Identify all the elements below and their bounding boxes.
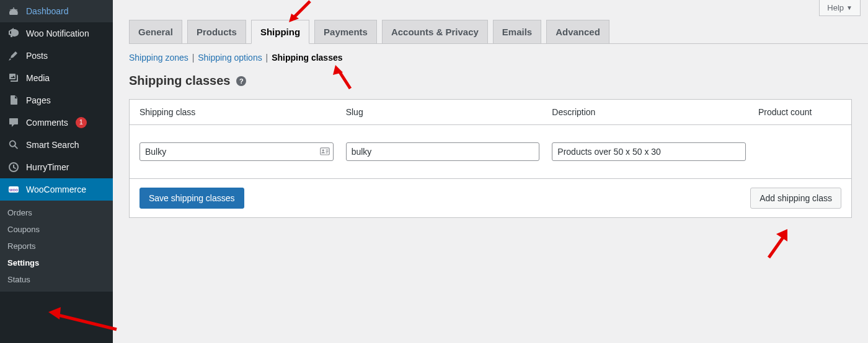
help-tooltip-icon[interactable]: ? bbox=[236, 76, 246, 86]
tab-shipping[interactable]: Shipping bbox=[251, 20, 309, 44]
sidebar-item-posts[interactable]: Posts bbox=[0, 45, 113, 67]
tab-accounts-privacy[interactable]: Accounts & Privacy bbox=[382, 20, 488, 44]
comments-badge: 1 bbox=[76, 117, 87, 128]
woo-icon: woo bbox=[7, 183, 20, 196]
woocommerce-submenu: Orders Coupons Reports Settings Status bbox=[0, 201, 113, 292]
media-icon bbox=[7, 72, 20, 84]
megaphone-icon bbox=[7, 27, 20, 40]
settings-tabs: General Products Shipping Payments Accou… bbox=[129, 20, 868, 44]
sidebar-item-woo-notification[interactable]: Woo Notification bbox=[0, 22, 113, 45]
col-product-count: Product count bbox=[758, 107, 841, 117]
pushpin-icon bbox=[7, 50, 20, 62]
page-title: Shipping classes bbox=[129, 74, 230, 88]
description-cell bbox=[552, 142, 746, 161]
sidebar-item-hurrytimer[interactable]: HurryTimer bbox=[0, 156, 113, 178]
main-content: Help ▼ General Products Shipping Payment… bbox=[113, 0, 868, 343]
submenu-reports[interactable]: Reports bbox=[0, 238, 113, 254]
search-icon bbox=[7, 139, 20, 151]
help-tab-label: Help bbox=[827, 3, 844, 12]
sidebar-item-label: Media bbox=[26, 73, 50, 83]
sidebar-item-label: Smart Search bbox=[26, 140, 79, 150]
sidebar-item-pages[interactable]: Pages bbox=[0, 89, 113, 111]
sidebar-item-label: Pages bbox=[26, 95, 51, 105]
subtab-shipping-classes: Shipping classes bbox=[272, 53, 342, 63]
page-icon bbox=[7, 94, 20, 106]
sidebar-item-woocommerce[interactable]: woo WooCommerce bbox=[0, 178, 113, 201]
admin-sidebar: Dashboard Woo Notification Posts Media P… bbox=[0, 0, 113, 343]
contact-card-icon bbox=[320, 147, 330, 156]
submenu-orders[interactable]: Orders bbox=[0, 204, 113, 221]
slug-cell bbox=[346, 142, 540, 161]
tab-general[interactable]: General bbox=[129, 20, 182, 44]
sidebar-item-label: WooCommerce bbox=[26, 185, 86, 194]
help-tab[interactable]: Help ▼ bbox=[819, 0, 861, 16]
col-slug: Slug bbox=[346, 107, 540, 117]
dashboard-icon bbox=[7, 5, 20, 17]
shipping-classes-table: Shipping class Slug Description Product … bbox=[129, 99, 852, 218]
svg-point-3 bbox=[322, 149, 324, 151]
tab-emails[interactable]: Emails bbox=[493, 20, 541, 44]
submenu-coupons[interactable]: Coupons bbox=[0, 221, 113, 238]
sidebar-item-media[interactable]: Media bbox=[0, 67, 113, 89]
sidebar-item-comments[interactable]: Comments 1 bbox=[0, 111, 113, 134]
tab-products[interactable]: Products bbox=[187, 20, 246, 44]
save-button[interactable]: Save shipping classes bbox=[140, 188, 244, 209]
subtab-shipping-zones[interactable]: Shipping zones bbox=[129, 53, 188, 63]
svg-rect-4 bbox=[326, 150, 328, 150]
svg-rect-5 bbox=[326, 151, 328, 152]
tab-advanced[interactable]: Advanced bbox=[546, 20, 609, 44]
col-shipping-class: Shipping class bbox=[140, 107, 334, 117]
sidebar-item-dashboard[interactable]: Dashboard bbox=[0, 0, 113, 22]
svg-text:woo: woo bbox=[9, 188, 18, 192]
sidebar-item-label: Dashboard bbox=[26, 6, 69, 16]
add-shipping-class-button[interactable]: Add shipping class bbox=[750, 188, 841, 209]
table-header: Shipping class Slug Description Product … bbox=[130, 100, 851, 125]
tab-payments[interactable]: Payments bbox=[314, 20, 377, 44]
page-title-row: Shipping classes ? bbox=[129, 74, 852, 88]
shipping-class-cell bbox=[140, 142, 334, 161]
description-input[interactable] bbox=[552, 142, 746, 161]
submenu-status[interactable]: Status bbox=[0, 271, 113, 288]
separator: | bbox=[192, 53, 195, 63]
slug-input[interactable] bbox=[346, 142, 540, 161]
sidebar-item-label: HurryTimer bbox=[26, 162, 69, 172]
submenu-settings[interactable]: Settings bbox=[0, 254, 113, 271]
subtab-shipping-options[interactable]: Shipping options bbox=[198, 53, 262, 63]
table-row bbox=[130, 125, 851, 179]
sidebar-item-label: Comments bbox=[26, 118, 68, 128]
sidebar-item-label: Posts bbox=[26, 51, 48, 61]
shipping-class-input[interactable] bbox=[140, 142, 334, 161]
separator: | bbox=[266, 53, 268, 63]
svg-rect-6 bbox=[326, 152, 327, 153]
comment-icon bbox=[7, 116, 20, 129]
chevron-down-icon: ▼ bbox=[846, 4, 852, 11]
sidebar-item-smart-search[interactable]: Smart Search bbox=[0, 134, 113, 156]
shipping-subtabs: Shipping zones | Shipping options | Ship… bbox=[129, 53, 852, 63]
col-description: Description bbox=[552, 107, 746, 117]
sidebar-item-label: Woo Notification bbox=[26, 28, 89, 38]
timer-icon bbox=[7, 161, 20, 173]
table-footer: Save shipping classes Add shipping class bbox=[130, 179, 851, 217]
